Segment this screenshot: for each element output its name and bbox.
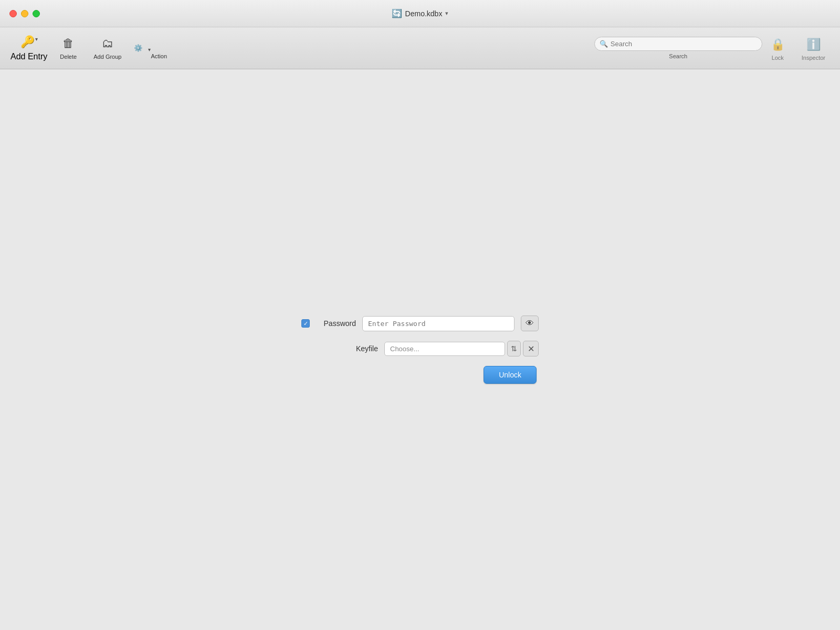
keyfile-placeholder-text: Choose... bbox=[390, 345, 419, 353]
password-checkbox[interactable]: ✓ bbox=[301, 319, 310, 328]
stepper-icon: ⇅ bbox=[511, 344, 517, 353]
eye-icon: 👁 bbox=[526, 319, 534, 328]
title-chevron-icon[interactable]: ▾ bbox=[445, 10, 448, 17]
action-label: Action bbox=[151, 53, 167, 59]
close-button[interactable] bbox=[9, 10, 17, 17]
add-entry-icon: 🔑 bbox=[20, 35, 35, 49]
delete-label: Delete bbox=[60, 54, 77, 60]
lock-button[interactable]: 🔒 Lock bbox=[764, 34, 791, 65]
search-label: Search bbox=[669, 53, 687, 59]
titlebar: 🔄 Demo.kdbx ▾ bbox=[0, 0, 840, 27]
inspector-label: Inspector bbox=[802, 55, 825, 61]
action-button[interactable]: ⚙️ bbox=[130, 40, 147, 56]
unlock-dialog: ✓ Password 👁 Keyfile Choose... ⇅ ✕ bbox=[301, 316, 539, 384]
minimize-button[interactable] bbox=[21, 10, 28, 17]
checkbox-checkmark-icon: ✓ bbox=[303, 320, 308, 327]
keyfile-controls: Choose... ⇅ ✕ bbox=[384, 341, 539, 356]
show-password-button[interactable]: 👁 bbox=[521, 316, 539, 331]
lock-icon: 🔒 bbox=[771, 38, 785, 51]
inspector-icon: ℹ️ bbox=[806, 38, 821, 51]
main-content: ✓ Password 👁 Keyfile Choose... ⇅ ✕ bbox=[0, 69, 840, 630]
maximize-button[interactable] bbox=[33, 10, 40, 17]
search-icon: 🔍 bbox=[600, 40, 608, 48]
toolbar: 🔑 ▾ Add Entry 🗑 Delete 🗂 Add Group ⚙️ ▾ … bbox=[0, 27, 840, 69]
window-title-text: Demo.kdbx bbox=[405, 9, 443, 18]
password-checkbox-label: ✓ Password bbox=[301, 319, 356, 328]
lock-label: Lock bbox=[772, 55, 784, 61]
delete-button[interactable]: 🗑 Delete bbox=[51, 33, 85, 64]
keyfile-stepper-button[interactable]: ⇅ bbox=[507, 341, 521, 356]
add-group-label: Add Group bbox=[93, 54, 121, 60]
password-input[interactable] bbox=[362, 316, 514, 331]
password-row: ✓ Password 👁 bbox=[301, 316, 539, 331]
add-entry-dropdown-icon: ▾ bbox=[35, 36, 38, 42]
add-group-icon: 🗂 bbox=[102, 37, 113, 50]
action-icon: ⚙️ bbox=[134, 44, 143, 52]
search-input[interactable] bbox=[594, 37, 762, 51]
clear-icon: ✕ bbox=[528, 344, 534, 354]
action-button-group: ⚙️ ▾ bbox=[130, 39, 153, 57]
add-entry-button[interactable]: 🔑 ▾ Add Entry bbox=[8, 31, 49, 66]
inspector-button[interactable]: ℹ️ Inspector bbox=[795, 34, 832, 65]
add-group-button[interactable]: 🗂 Add Group bbox=[87, 33, 128, 64]
kdbx-icon: 🔄 bbox=[392, 8, 402, 18]
action-chevron-icon: ▾ bbox=[148, 47, 151, 52]
window-title: 🔄 Demo.kdbx ▾ bbox=[392, 8, 449, 18]
keyfile-chooser[interactable]: Choose... bbox=[384, 342, 505, 356]
traffic-lights bbox=[9, 10, 40, 17]
password-label: Password bbox=[314, 319, 356, 328]
keyfile-label: Keyfile bbox=[332, 344, 378, 353]
keyfile-clear-button[interactable]: ✕ bbox=[523, 341, 539, 356]
search-container: 🔍 Search bbox=[594, 37, 762, 59]
unlock-button[interactable]: Unlock bbox=[484, 366, 537, 384]
add-entry-label: Add Entry bbox=[10, 52, 47, 61]
delete-icon: 🗑 bbox=[62, 37, 74, 50]
keyfile-row: Keyfile Choose... ⇅ ✕ bbox=[332, 341, 539, 356]
